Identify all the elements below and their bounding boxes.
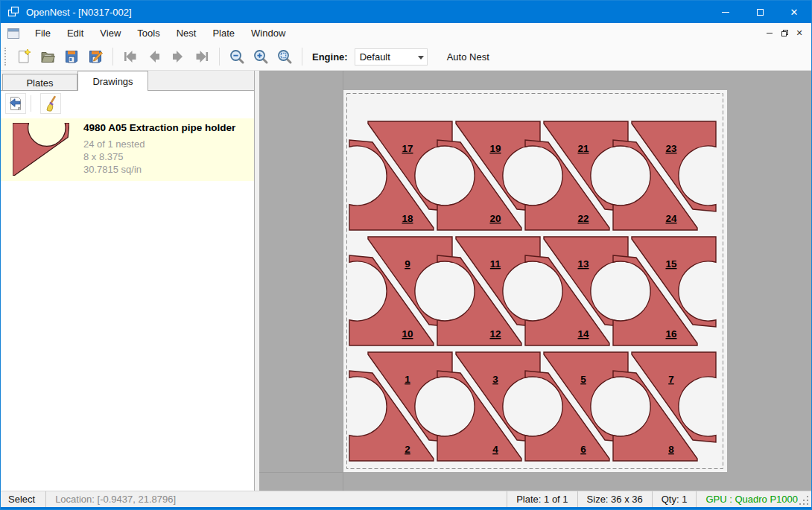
part-number-label: 5 — [580, 374, 586, 385]
minimize-icon — [722, 12, 729, 13]
part-number-label: 23 — [665, 143, 677, 154]
go-next-icon — [169, 48, 187, 65]
left-panel: Plates Drawings — [1, 71, 255, 491]
part-number-label: 15 — [665, 258, 677, 270]
title-bar[interactable]: OpenNest - [N0317-002] ✕ — [1, 1, 811, 23]
resize-grip-icon[interactable] — [799, 496, 809, 506]
part-number-label: 14 — [577, 328, 589, 340]
go-last-button[interactable] — [191, 45, 213, 68]
go-first-button[interactable] — [119, 45, 142, 68]
toolbar-separator — [302, 48, 302, 66]
engine-select[interactable]: Default — [355, 48, 428, 66]
drawing-list-item[interactable]: 4980 A05 Extraction pipe holder 24 of 1 … — [1, 118, 254, 181]
menu-item-window[interactable]: Window — [243, 24, 294, 42]
engine-value: Default — [360, 51, 390, 63]
part-number-label: 21 — [577, 143, 589, 154]
part-number-label: 3 — [492, 374, 498, 385]
zoom-in-button[interactable] — [250, 45, 272, 68]
menu-item-edit[interactable]: Edit — [59, 24, 92, 42]
tab-strip: Plates Drawings — [1, 71, 254, 91]
main-area: Plates Drawings — [1, 71, 811, 491]
open-file-button[interactable] — [37, 45, 59, 68]
go-previous-icon — [145, 48, 163, 65]
nest-view: 171921231820222491113151012141613572468 — [259, 71, 811, 491]
mdi-child-icon — [7, 28, 19, 39]
zoom-fit-button[interactable] — [273, 45, 296, 68]
part-number-label: 11 — [490, 258, 501, 270]
main-toolbar: Engine: Default Auto Nest — [1, 43, 811, 71]
close-icon: ✕ — [790, 7, 799, 17]
broom-icon — [42, 95, 59, 112]
app-window: OpenNest - [N0317-002] ✕ FileEditViewToo… — [0, 0, 812, 510]
save-as-icon — [87, 48, 104, 65]
status-plate: Plate: 1 of 1 — [507, 491, 577, 507]
part-number-label: 7 — [668, 374, 674, 385]
app-icon — [7, 6, 19, 18]
part-number-label: 2 — [405, 444, 410, 455]
go-previous-button[interactable] — [143, 45, 165, 68]
window-bottom-border — [1, 507, 811, 509]
menu-item-tools[interactable]: Tools — [129, 24, 168, 42]
status-location: Location: [-0.9437, 21.8796] — [45, 491, 185, 507]
tab-drawings[interactable]: Drawings — [77, 71, 148, 91]
drawings-list: 4980 A05 Extraction pipe holder 24 of 1 … — [1, 116, 254, 491]
status-mode: Select — [1, 491, 45, 507]
minimize-button[interactable] — [708, 1, 743, 23]
open-file-icon — [39, 48, 56, 65]
menu-bar: FileEditViewToolsNestPlateWindow ✕ — [1, 23, 811, 43]
maximize-icon — [757, 9, 764, 16]
part-number-label: 22 — [577, 213, 589, 224]
go-next-button[interactable] — [167, 45, 189, 68]
tab-plates[interactable]: Plates — [2, 74, 77, 91]
menu-item-nest[interactable]: Nest — [168, 24, 205, 42]
menu-item-plate[interactable]: Plate — [204, 24, 243, 42]
go-first-icon — [121, 48, 139, 65]
part-number-label: 1 — [405, 374, 410, 385]
toolbar-separator — [112, 48, 113, 66]
part-number-label: 19 — [489, 143, 501, 154]
child-restore-icon — [781, 30, 788, 36]
save-icon — [63, 48, 80, 65]
menu-items: FileEditViewToolsNestPlateWindow — [27, 24, 294, 42]
part-number-label: 8 — [668, 444, 674, 455]
child-window-controls: ✕ — [762, 27, 807, 40]
part-number-label: 9 — [405, 258, 410, 270]
drawing-nested-count: 24 of 1 nested — [83, 138, 235, 150]
child-close-icon: ✕ — [796, 29, 802, 37]
engine-label: Engine: — [312, 51, 348, 63]
drawings-toolbar — [1, 90, 254, 115]
clear-drawings-button[interactable] — [40, 93, 61, 114]
save-as-button[interactable] — [84, 45, 107, 68]
status-qty: Qty: 1 — [652, 491, 697, 507]
toolbar-grip[interactable] — [4, 48, 7, 66]
part-number-label: 4 — [492, 444, 498, 455]
close-button[interactable]: ✕ — [777, 1, 811, 23]
chevron-down-icon — [418, 56, 424, 60]
menu-item-view[interactable]: View — [92, 24, 129, 42]
part-number-label: 6 — [580, 444, 586, 455]
part-thumbnail — [13, 123, 69, 176]
part-number-label: 13 — [577, 258, 589, 270]
menu-item-file[interactable]: File — [27, 24, 59, 42]
status-gpu: GPU : Quadro P1000 — [696, 491, 811, 507]
child-restore-button[interactable] — [777, 27, 792, 40]
part-number-label: 12 — [489, 328, 501, 340]
child-minimize-icon — [767, 33, 773, 34]
new-file-icon — [16, 48, 32, 65]
child-minimize-button[interactable] — [762, 27, 777, 40]
return-to-plate-button[interactable] — [5, 93, 26, 114]
auto-nest-button[interactable]: Auto Nest — [441, 48, 495, 66]
new-file-button[interactable] — [13, 45, 35, 68]
nest-canvas[interactable]: 171921231820222491113151012141613572468 — [259, 71, 811, 491]
child-close-button[interactable]: ✕ — [792, 27, 807, 40]
part-number-label: 20 — [489, 213, 501, 224]
part-number-label: 24 — [665, 213, 677, 224]
part-number-label: 16 — [665, 328, 677, 340]
drawing-area: 30.7815 sq/in — [83, 163, 235, 176]
zoom-out-button[interactable] — [226, 45, 248, 68]
save-button[interactable] — [60, 45, 83, 68]
part-number-label: 10 — [402, 328, 413, 340]
panel-toolbar-separator — [31, 95, 31, 112]
maximize-button[interactable] — [743, 1, 777, 23]
drawing-title: 4980 A05 Extraction pipe holder — [83, 122, 235, 133]
